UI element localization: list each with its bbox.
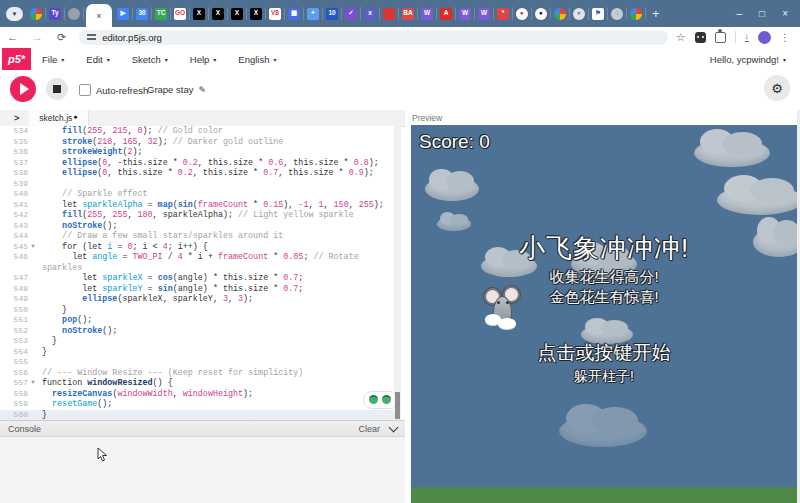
browser-menu-icon[interactable]: ⋮ <box>780 32 790 43</box>
auto-refresh-checkbox[interactable] <box>79 84 91 96</box>
pinned-tab[interactable]: 30 <box>133 7 152 20</box>
pinned-tab[interactable] <box>65 7 84 20</box>
pinned-tab[interactable]: ● <box>513 7 532 20</box>
pinned-tab[interactable]: V8 <box>266 7 285 20</box>
extensions-puzzle-icon[interactable] <box>715 32 726 43</box>
code-line[interactable]: 553 } <box>0 336 398 347</box>
p5-logo[interactable]: p5* <box>2 48 31 70</box>
close-button[interactable]: × <box>782 8 788 19</box>
forward-button[interactable]: → <box>25 31 50 43</box>
active-tab[interactable]: × <box>86 4 112 27</box>
menu-item-english[interactable]: English▾ <box>238 54 276 65</box>
code-line[interactable]: 555 <box>0 357 398 368</box>
pinned-tab[interactable] <box>551 7 570 20</box>
edit-pencil-icon[interactable]: ✎ <box>198 85 206 95</box>
pinned-tab[interactable]: ⚑ <box>589 7 608 20</box>
menu-item-sketch[interactable]: Sketch▾ <box>132 54 168 65</box>
code-line[interactable]: 552 noStroke(); <box>0 326 398 337</box>
code-line[interactable]: 548 let sparkleY = sin(angle) * this.siz… <box>0 284 398 295</box>
menu-item-edit[interactable]: Edit▾ <box>86 54 109 65</box>
maximize-button[interactable]: □ <box>759 8 765 19</box>
pinned-tab[interactable]: ○ <box>608 7 627 20</box>
pinned-tab[interactable]: + <box>304 7 323 20</box>
pinned-tab[interactable]: ▶ <box>114 7 133 20</box>
code-line[interactable]: 539 <box>0 179 398 190</box>
pinned-tab[interactable]: X <box>190 7 209 20</box>
pinned-tab[interactable] <box>27 7 46 20</box>
download-icon[interactable]: ↓ <box>745 32 750 42</box>
code-line[interactable]: 558 resizeCanvas(windowWidth, windowHeig… <box>0 389 398 400</box>
code-line[interactable]: 544 // Draw a few small stars/sparkles a… <box>0 231 398 242</box>
pinned-tab[interactable]: ● <box>570 7 589 20</box>
bookmark-star-icon[interactable]: ☆ <box>676 31 686 44</box>
pinned-tab[interactable]: Ty <box>46 7 65 20</box>
code-line[interactable]: 545▼ for (let i = 0; i < 4; i++) { <box>0 242 398 253</box>
pinned-tab[interactable]: ▦ <box>285 7 304 20</box>
back-button[interactable]: ← <box>0 31 25 43</box>
pinned-tab[interactable]: X <box>228 7 247 20</box>
console-collapse-icon[interactable] <box>389 422 399 432</box>
play-button[interactable] <box>10 76 36 102</box>
pinned-tab[interactable] <box>627 7 646 20</box>
new-tab-button[interactable]: + <box>652 6 660 21</box>
pinned-tab[interactable]: 10 <box>323 7 342 20</box>
pinned-tab[interactable]: W <box>475 7 494 20</box>
minimize-button[interactable]: – <box>737 8 743 19</box>
pinned-tab[interactable]: * <box>494 7 513 20</box>
code-line[interactable]: 541 let sparkleAlpha = map(sin(frameCoun… <box>0 200 398 211</box>
pinned-tab[interactable]: ● <box>532 7 551 20</box>
code-line[interactable]: 546 let angle = TWO_PI / 4 * i + frameCo… <box>0 252 398 273</box>
pinned-tab[interactable]: x <box>361 7 380 20</box>
code-line[interactable]: 540 // Sparkle effect <box>0 189 398 200</box>
code-line[interactable]: 537 ellipse(0, -this.size * 0.2, this.si… <box>0 158 398 169</box>
editor-scrollbar-thumb[interactable] <box>395 392 400 419</box>
code-line[interactable]: 549 ellipse(sparkleX, sparkleY, 3, 3); <box>0 294 398 305</box>
stop-button[interactable] <box>46 78 68 100</box>
account-menu[interactable]: Hello, ycpwindg! ▾ <box>710 54 786 65</box>
settings-button[interactable]: ⚙ <box>764 75 790 101</box>
pinned-tab[interactable]: A <box>437 7 456 20</box>
site-settings-icon[interactable] <box>87 33 96 41</box>
tab-close-icon[interactable]: × <box>96 11 101 21</box>
code-line[interactable]: 538 ellipse(0, this.size * 0.2, this.siz… <box>0 168 398 179</box>
editor-scrollbar[interactable] <box>394 126 401 420</box>
file-tab-sketchjs[interactable]: sketch.js ● <box>29 110 88 126</box>
pinned-tab[interactable]: BA <box>399 7 418 20</box>
code-editor[interactable]: 534 fill(255, 215, 0); // Gold color535 … <box>0 126 398 420</box>
gray-pattern-favicon: ○ <box>611 8 623 20</box>
pinned-tab[interactable]: W <box>456 7 475 20</box>
code-line[interactable]: 557▼function windowResized() { <box>0 378 398 389</box>
code-line[interactable]: 556// --- Window Resize --- (Keep reset … <box>0 368 398 379</box>
pinned-tab[interactable]: GO <box>171 7 190 20</box>
code-line[interactable]: 554} <box>0 347 398 358</box>
code-line[interactable]: 550 } <box>0 305 398 316</box>
project-name[interactable]: Grape stay <box>147 84 193 95</box>
code-line[interactable]: 535 stroke(218, 165, 32); // Darker gold… <box>0 137 398 148</box>
code-line[interactable]: 534 fill(255, 215, 0); // Gold color <box>0 126 398 137</box>
game-canvas[interactable]: Score: 0 小飞象冲冲冲! 收集花生得高分! 金色花生有惊喜! 点击或按键… <box>411 125 797 503</box>
url-field[interactable]: editor.p5js.org <box>79 30 667 45</box>
code-line[interactable]: 559 resetGame(); <box>0 399 398 410</box>
code-text: ellipse(0, this.size * 0.2, this.size * … <box>38 168 398 179</box>
sidebar-expand-button[interactable]: > <box>0 113 29 123</box>
code-line[interactable]: 551 pop(); <box>0 315 398 326</box>
pinned-tab[interactable]: X <box>209 7 228 20</box>
extension-icon[interactable] <box>695 32 706 43</box>
console-clear-button[interactable]: Clear <box>358 424 380 434</box>
pinned-tab[interactable]: ✓ <box>342 7 361 20</box>
pinned-tab[interactable]: W <box>418 7 437 20</box>
pinned-tab[interactable]: TC <box>152 7 171 20</box>
tab-search-button[interactable]: ▾ <box>6 7 23 21</box>
code-line[interactable]: 536 strokeWeight(2); <box>0 147 398 158</box>
menu-item-file[interactable]: File▾ <box>42 54 64 65</box>
profile-avatar[interactable] <box>758 31 771 44</box>
code-line[interactable]: 547 let sparkleX = cos(angle) * this.siz… <box>0 273 398 284</box>
menu-item-help[interactable]: Help▾ <box>190 54 217 65</box>
pinned-tab[interactable]: X <box>247 7 266 20</box>
code-line[interactable]: 542 fill(255, 255, 180, sparkleAlpha); /… <box>0 210 398 221</box>
pinned-tab[interactable] <box>380 7 399 20</box>
code-text: // Sparkle effect <box>38 189 398 200</box>
reload-button[interactable]: ⟳ <box>50 31 73 44</box>
code-line[interactable]: 560} <box>0 410 398 421</box>
code-line[interactable]: 543 noStroke(); <box>0 221 398 232</box>
